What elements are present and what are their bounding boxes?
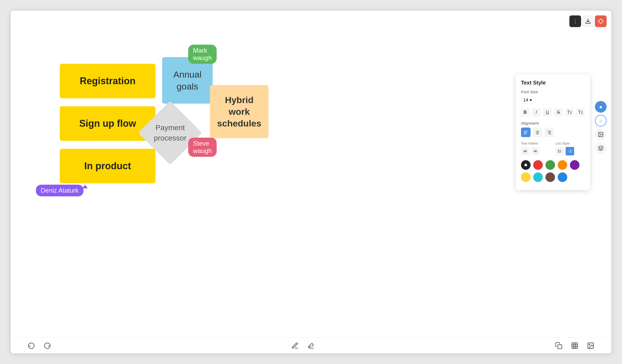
color-brown[interactable] [545, 172, 555, 182]
empty-circle-icon: ○ [599, 118, 602, 124]
canvas: Registration Sign up flow In product Ann… [11, 11, 611, 337]
color-red[interactable] [533, 160, 543, 170]
fill-circle-btn[interactable]: ● [595, 101, 607, 113]
font-size-value: 14 [523, 98, 528, 103]
empty-circle-btn[interactable]: ○ [595, 115, 607, 126]
color-black[interactable] [521, 160, 531, 170]
font-size-select[interactable]: 14 ▾ [521, 96, 534, 104]
svg-rect-3 [524, 132, 526, 133]
hybrid-work-label: Hybridworkschedules [217, 94, 261, 129]
undo-btn[interactable] [27, 341, 36, 350]
bottom-right-tools [554, 341, 595, 350]
align-center-btn[interactable] [533, 128, 542, 137]
registration-node[interactable]: Registration [60, 64, 156, 98]
hybrid-work-node[interactable]: Hybridworkschedules [210, 85, 268, 138]
svg-point-34 [599, 133, 600, 134]
deniz-arrow [82, 185, 88, 188]
layers-btn[interactable] [595, 142, 607, 154]
panel-title: Text Style [521, 80, 585, 86]
pen-btn[interactable] [290, 341, 300, 350]
svg-rect-6 [536, 131, 539, 132]
underline-btn[interactable]: U [543, 108, 552, 117]
sign-up-flow-label: Sign up flow [79, 118, 136, 129]
svg-marker-35 [598, 146, 603, 148]
list-style-label: List Style [556, 141, 585, 145]
indent-increase-btn[interactable] [531, 147, 540, 155]
svg-marker-1 [598, 19, 603, 24]
superscript-btn[interactable]: T2 [565, 108, 574, 117]
format-buttons-row: B I U S T2 T2 [521, 108, 585, 117]
color-blue[interactable] [558, 172, 567, 182]
layers-icon [598, 145, 604, 151]
image-tool-btn[interactable] [595, 129, 607, 140]
bottom-toolbar [11, 337, 611, 353]
in-product-label: In product [84, 160, 131, 172]
download-button[interactable] [582, 15, 594, 27]
svg-rect-13 [549, 134, 551, 134]
menu-icon: ⋮ [573, 18, 578, 24]
top-toolbar: ⋮ [569, 15, 607, 27]
app-container: ⋮ Registration Sign up flow In product A… [11, 11, 611, 353]
deniz-ataturk-tag[interactable]: Deniz Ataturk [36, 185, 83, 196]
color-palette-row1 [521, 160, 585, 170]
svg-point-43 [589, 344, 590, 345]
download-icon [585, 18, 591, 24]
mark-waugh-tag[interactable]: Mark waugh [188, 45, 217, 64]
bold-btn[interactable]: B [521, 108, 529, 117]
svg-rect-11 [549, 132, 551, 133]
diamond-icon [598, 18, 604, 24]
mark-waugh-label: Mark waugh [193, 47, 212, 62]
indent-list-row: Text Indent List Style [521, 141, 585, 155]
ordered-list-btn[interactable]: 123 [566, 147, 574, 155]
steve-waugh-tag[interactable]: Steve waugh [188, 138, 217, 157]
bottom-center-tools [290, 341, 316, 350]
steve-waugh-label: Steve waugh [193, 140, 212, 155]
svg-rect-4 [524, 133, 527, 133]
svg-rect-2 [524, 131, 528, 132]
annual-goals-node[interactable]: Annualgoals [162, 57, 213, 104]
text-indent-label: Text Indent [521, 141, 550, 145]
right-tools: ● ○ [595, 101, 607, 154]
unordered-list-btn[interactable] [556, 147, 564, 155]
svg-rect-5 [524, 134, 526, 134]
annual-goals-label: Annualgoals [173, 69, 201, 92]
svg-rect-10 [547, 131, 551, 132]
color-purple[interactable] [570, 160, 579, 170]
text-style-panel: Text Style Font Size 14 ▾ B I U S T2 T2 … [516, 74, 590, 190]
strikethrough-btn[interactable]: S [554, 108, 563, 117]
svg-rect-7 [536, 132, 539, 133]
copy-btn[interactable] [554, 341, 564, 350]
eraser-button[interactable] [595, 15, 607, 27]
align-left-btn[interactable] [521, 128, 531, 137]
fill-circle-icon: ● [599, 104, 602, 110]
font-size-label: Font Size [521, 90, 585, 94]
align-right-btn[interactable] [544, 128, 554, 137]
eraser-btn[interactable] [306, 341, 316, 350]
bottom-left-tools [27, 341, 52, 350]
subscript-btn[interactable]: T2 [576, 108, 585, 117]
redo-btn[interactable] [43, 341, 52, 350]
color-palette-row2 [521, 172, 585, 182]
color-green[interactable] [545, 160, 555, 170]
image-btn[interactable] [586, 341, 595, 350]
color-orange[interactable] [558, 160, 567, 170]
registration-label: Registration [80, 75, 136, 87]
svg-point-24 [558, 151, 559, 151]
deniz-ataturk-label: Deniz Ataturk [41, 187, 79, 194]
menu-button[interactable]: ⋮ [569, 15, 581, 27]
color-teal[interactable] [533, 172, 543, 182]
svg-rect-36 [558, 345, 562, 349]
crop-btn[interactable] [570, 341, 579, 350]
svg-rect-12 [548, 133, 551, 133]
italic-btn[interactable]: I [532, 108, 541, 117]
svg-point-23 [558, 150, 559, 150]
svg-point-25 [558, 152, 559, 153]
svg-rect-8 [536, 133, 539, 133]
svg-rect-9 [536, 134, 539, 134]
alignment-row [521, 128, 585, 137]
indent-decrease-btn[interactable] [521, 147, 529, 155]
image-tool-icon [598, 132, 604, 137]
color-yellow[interactable] [521, 172, 531, 182]
alignment-label: Alignment [521, 121, 585, 125]
svg-text:3: 3 [568, 152, 569, 153]
